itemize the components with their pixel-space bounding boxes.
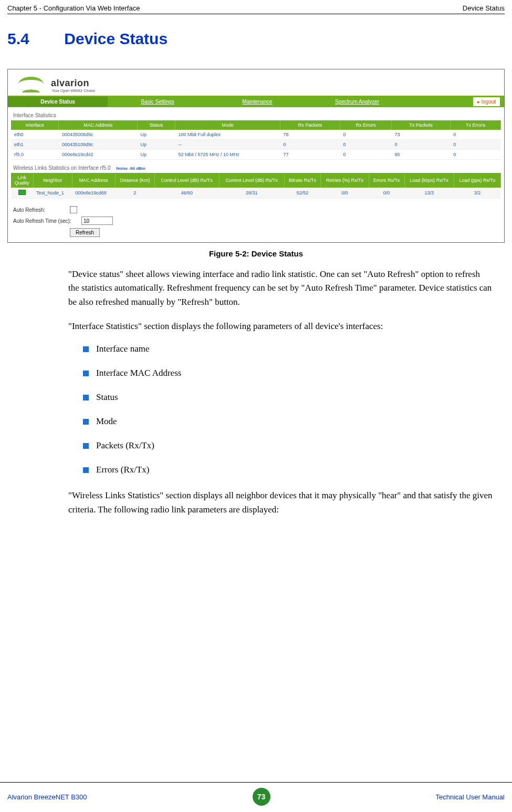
col-distance: Distance (Km) [115,173,154,188]
page-number-badge: 73 [253,788,270,806]
interface-stats-label: Interface Statistics [8,107,504,120]
section-title: Device Status [64,30,168,47]
paragraph: "Wireless Links Statistics" section disp… [68,489,493,517]
list-item: Interface name [83,344,493,354]
table-row: Test_Node_1 000e8e19cd68 2 46/60 28/31 5… [11,188,501,199]
header-rule [7,14,505,14]
list-item: Status [83,392,493,403]
page-header: Chapter 5 - Configuration Via Web Interf… [0,0,512,14]
table-header-row: Interface MAC Address Status Mode Rx Pac… [11,120,501,130]
footer-product: Alvarion BreezeNET B300 [7,793,87,801]
bullet-icon [83,395,89,400]
col-rx-errors: Rx Errors [340,120,391,130]
col-mode: Mode [175,120,280,130]
paragraph: "Device status" sheet allows viewing int… [68,268,493,309]
bullet-icon [83,346,89,352]
brand-row: alvarion Your Open WiMAX Choice [8,73,504,96]
col-load-pps: Load (pps) Rx/Tx [454,173,500,188]
auto-refresh-label: Auto Refresh: [13,207,70,213]
col-control-level: Control Level (dB) Rx/Tx [154,173,219,188]
link-quality-indicator [11,188,33,199]
brand-name: alvarion [51,78,95,89]
table-row: rf5.0 000e8e19cd42 Up 52 Mbit / 5725 MHz… [11,150,501,160]
section-number: 5.4 [7,30,60,48]
table-row: eth1 000435108d9c Up -- 0 0 0 0 [11,140,501,150]
auto-refresh-time-label: Auto Refresh Time (sec): [13,218,81,224]
col-status: Status [137,120,175,130]
col-mac: MAC Address [72,173,115,188]
paragraph: "Interface Statistics" section displays … [68,320,493,333]
col-retries: Retries (%) Rx/Tx [321,173,369,188]
auto-refresh-time-input[interactable] [81,217,113,225]
col-rx-packets: Rx Packets [280,120,340,130]
list-item: Errors (Rx/Tx) [83,465,493,475]
section-heading: 5.4 Device Status [0,30,512,48]
bullet-list: Interface name Interface MAC Address Sta… [83,344,493,475]
list-item: Interface MAC Address [83,368,493,378]
col-tx-packets: Tx Packets [392,120,451,130]
tab-spectrum-analyzer[interactable]: Spectrum Analyzer [307,97,407,107]
bullet-icon [83,371,89,376]
device-status-screenshot: alvarion Your Open WiMAX Choice Device S… [7,69,505,243]
list-item: Mode [83,416,493,427]
header-left: Chapter 5 - Configuration Via Web Interf… [7,4,140,12]
col-neighbor: Neighbor [33,173,72,188]
col-errors: Errors Rx/Tx [369,173,404,188]
table-row: eth0 000435008d9c Up 100 Mbit Full duple… [11,130,501,140]
footer-doc-title: Technical User Manual [435,793,505,801]
alvarion-logo-icon [13,75,49,92]
main-tabbar: Device Status Basic Settings Maintenance… [8,96,504,107]
refresh-button[interactable]: Refresh [70,228,100,237]
figure-caption: Figure 5-2: Device Status [0,249,512,258]
bullet-icon [83,467,89,473]
noise-level: Noise -90 dBm [116,166,145,171]
header-right: Device Status [463,4,505,12]
interface-stats-table: Interface MAC Address Status Mode Rx Pac… [11,120,501,160]
bullet-icon [83,419,89,425]
col-load-kbps: Load (kbps) Rx/Tx [404,173,454,188]
bullet-icon [83,443,89,449]
list-item: Packets (Rx/Tx) [83,440,493,451]
page-footer: Alvarion BreezeNET B300 73 Technical Use… [0,782,512,812]
col-tx-errors: Tx Errors [450,120,500,130]
wireless-stats-label: Wireless Links Statistics on Interface r… [8,160,504,173]
table-header-row: Link Quality Neighbor MAC Address Distan… [11,173,501,188]
col-current-level: Current Level (dB) Rx/Tx [219,173,284,188]
wireless-links-table: Link Quality Neighbor MAC Address Distan… [11,173,501,199]
logout-link[interactable]: ▸ logout [473,97,500,106]
brand-tagline: Your Open WiMAX Choice [52,89,95,92]
tab-basic-settings[interactable]: Basic Settings [108,97,207,107]
col-mac: MAC Address [59,120,137,130]
col-interface: Interface [11,120,59,130]
col-bitrate: Bitrate Rx/Tx [284,173,321,188]
col-link-quality: Link Quality [11,173,33,188]
tab-device-status[interactable]: Device Status [8,97,108,107]
refresh-controls: Auto Refresh: Auto Refresh Time (sec): R… [8,199,504,237]
tab-maintenance[interactable]: Maintenance [207,97,307,107]
auto-refresh-checkbox[interactable] [70,206,77,213]
